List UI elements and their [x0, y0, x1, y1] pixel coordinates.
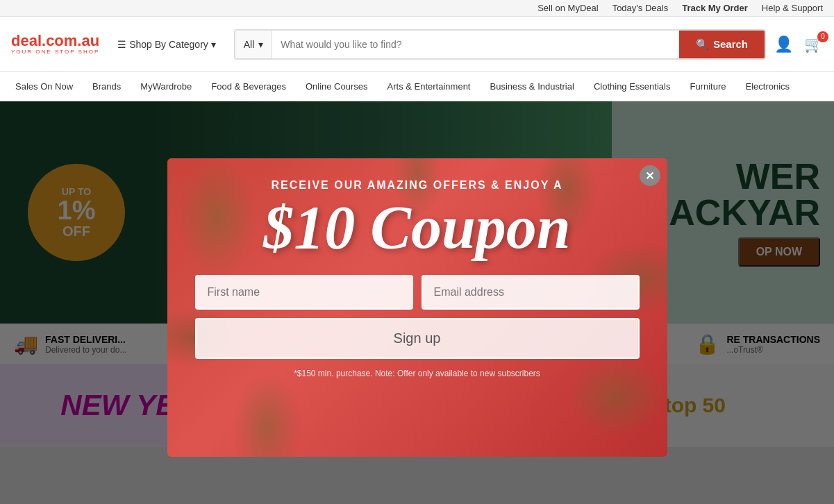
- header-icons: 👤 🛒 0: [774, 35, 823, 53]
- modal-content: RECEIVE OUR AMAZING OFFERS & ENJOY A $10…: [167, 158, 667, 399]
- nav-item-business[interactable]: Business & Industrial: [480, 72, 583, 101]
- modal-close-button[interactable]: ✕: [640, 165, 660, 186]
- cart-badge: 0: [817, 31, 828, 42]
- signup-button[interactable]: Sign up: [195, 318, 640, 359]
- modal-form: [195, 275, 640, 310]
- modal-coupon-text: $10 Coupon: [263, 197, 571, 258]
- nav-item-brands[interactable]: Brands: [83, 72, 131, 101]
- user-icon[interactable]: 👤: [774, 35, 793, 53]
- nav-item-electronics[interactable]: Electronics: [735, 72, 799, 101]
- modal-subtitle: RECEIVE OUR AMAZING OFFERS & ENJOY A: [272, 179, 563, 192]
- close-icon: ✕: [645, 169, 654, 183]
- nav-item-food[interactable]: Food & Beverages: [201, 72, 296, 101]
- search-input[interactable]: [272, 39, 679, 50]
- modal-note: *$150 min. purchase. Note: Offer only av…: [294, 369, 540, 378]
- search-button-label: Search: [713, 38, 748, 50]
- search-icon: 🔍: [696, 38, 709, 51]
- email-input[interactable]: [422, 275, 640, 310]
- first-name-input[interactable]: [195, 275, 413, 310]
- track-order-link[interactable]: Track My Order: [682, 3, 748, 13]
- modal-overlay: ✕ RECEIVE OUR AMAZING OFFERS & ENJOY A $…: [0, 101, 834, 504]
- todays-deals-link[interactable]: Today's Deals: [612, 3, 669, 13]
- modal: ✕ RECEIVE OUR AMAZING OFFERS & ENJOY A $…: [167, 158, 667, 457]
- logo-text: deal.com.au: [11, 33, 99, 49]
- sell-on-mydeal-link[interactable]: Sell on MyDeal: [537, 3, 598, 13]
- nav-item-sales[interactable]: Sales On Now: [6, 72, 83, 101]
- help-support-link[interactable]: Help & Support: [762, 3, 823, 13]
- main-content: UP TO 1% OFF WER BACKYAR OP NOW 🚚 FAST D…: [0, 101, 834, 504]
- search-bar: All ▾ 🔍 Search: [234, 29, 766, 60]
- nav-bar: Sales On Now Brands MyWardrobe Food & Be…: [0, 72, 834, 101]
- logo-sub: YOUR ONE STOP SHOP: [11, 49, 99, 55]
- chevron-down-icon: ▾: [258, 39, 263, 50]
- nav-item-mywardrobe[interactable]: MyWardrobe: [131, 72, 201, 101]
- search-button[interactable]: 🔍 Search: [679, 31, 765, 58]
- search-category-select[interactable]: All ▾: [235, 31, 273, 58]
- nav-item-online-courses[interactable]: Online Courses: [296, 72, 378, 101]
- nav-item-arts[interactable]: Arts & Entertainment: [378, 72, 481, 101]
- header: deal.com.au YOUR ONE STOP SHOP ☰ Shop By…: [0, 17, 834, 72]
- nav-item-furniture[interactable]: Furniture: [680, 72, 735, 101]
- nav-item-clothing[interactable]: Clothing Essentials: [584, 72, 681, 101]
- shop-by-category-button[interactable]: ☰ Shop By Category ▾: [108, 33, 225, 56]
- cart-icon[interactable]: 🛒 0: [804, 35, 823, 53]
- top-bar: Sell on MyDeal Today's Deals Track My Or…: [0, 0, 834, 17]
- logo[interactable]: deal.com.au YOUR ONE STOP SHOP: [11, 33, 99, 55]
- search-category-label: All: [244, 39, 255, 50]
